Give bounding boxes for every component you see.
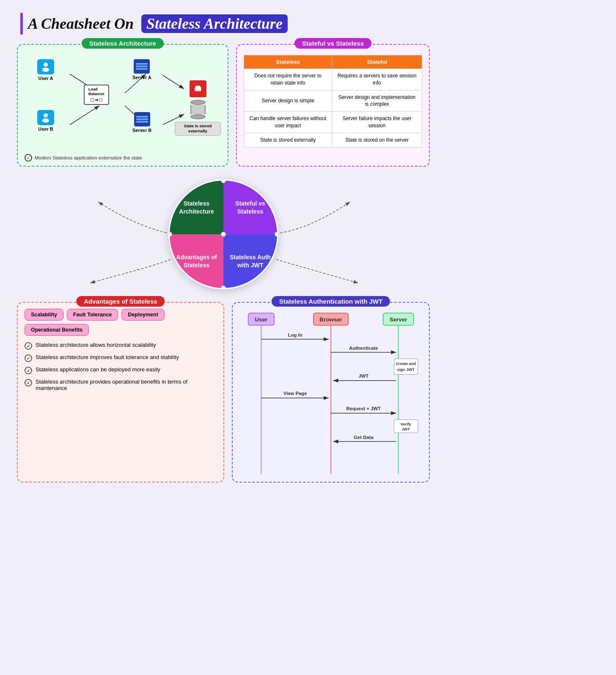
adv-item: ✓ Stateless applications can be deployed…: [25, 366, 217, 374]
check-icon: ✓: [25, 342, 32, 350]
adv-tag: Scalability: [25, 309, 63, 321]
svg-line-2: [70, 106, 99, 125]
svg-rect-12: [195, 86, 200, 88]
stateful-box: Stateful vs Stateless Stateless Stateful…: [236, 44, 430, 167]
table-cell: State is stored externally: [244, 133, 332, 147]
server-a-label: Server A: [132, 75, 151, 80]
arch-diagram: User A User B LoadBalancer ⇒: [25, 51, 221, 152]
jwt-diagram: User Browser Server Log In: [239, 309, 422, 476]
col-stateful: Stateful: [332, 55, 422, 69]
svg-text:Create and: Create and: [396, 362, 416, 366]
user-a-label: User A: [38, 76, 53, 81]
stateful-label: Stateful vs Stateless: [294, 38, 371, 49]
jwt-box: Stateless Authentication with JWT User B…: [232, 302, 430, 483]
svg-text:Log In: Log In: [288, 332, 302, 338]
adv-item: ✓ Stateless architecture provides operat…: [25, 379, 217, 391]
adv-item: ✓ Stateless architecture improves fault …: [25, 354, 217, 362]
page-title: A Cheatsheet On Stateless Architecture: [28, 15, 288, 33]
svg-text:Browser: Browser: [319, 316, 342, 323]
server-a-icon: [134, 59, 150, 74]
q-stateful-vs: Stateful vs Stateless: [223, 181, 277, 234]
table-cell: Can handle server failures without user …: [244, 112, 332, 133]
check-icon: ✓: [25, 367, 32, 374]
svg-text:JWT: JWT: [402, 427, 410, 431]
middle-section: Stateless Architecture Stateful vs State…: [17, 167, 430, 302]
external-storage: State is stored externally: [175, 80, 221, 136]
adv-tags: ScalabilityFault ToleranceDeploymentOper…: [25, 309, 217, 336]
svg-text:Verify: Verify: [400, 422, 411, 426]
svg-text:JWT: JWT: [358, 373, 368, 379]
bottom-dot: [221, 285, 226, 289]
table-cell: Does not require the server to retain st…: [244, 69, 332, 91]
check-icon: ✓: [25, 379, 32, 387]
top-row: Stateless Architecture: [17, 44, 430, 167]
svg-point-10: [42, 118, 49, 123]
col-stateless: Stateless: [244, 55, 332, 69]
check-icon: ✓: [25, 154, 32, 162]
server-b-label: Server B: [132, 128, 151, 133]
arch-note: ✓ Modern Stateless application externali…: [25, 154, 221, 162]
table-cell: Server design and implementation is comp…: [332, 90, 422, 112]
server-b-icon: [134, 112, 150, 126]
q1-label: Stateless Architecture: [174, 200, 219, 215]
q-stateless-arch: Stateless Architecture: [170, 181, 223, 234]
svg-text:Authenticate: Authenticate: [349, 346, 378, 351]
server-a-node: Server A: [132, 59, 151, 80]
jwt-seq-svg: User Browser Server Log In: [239, 309, 422, 474]
svg-point-9: [44, 113, 48, 118]
adv-item-text: Stateless architecture improves fault to…: [36, 354, 179, 360]
check-icon: ✓: [25, 354, 32, 362]
circle-container: Stateless Architecture Stateful vs State…: [168, 179, 278, 289]
table-cell: Server failure impacts the user session: [332, 112, 422, 133]
q2-label: Stateful vs Stateless: [228, 200, 273, 215]
stateless-arch-box: Stateless Architecture: [17, 44, 228, 167]
svg-text:Request + JWT: Request + JWT: [346, 406, 380, 411]
svg-text:Get Data: Get Data: [354, 435, 374, 440]
adv-tag: Operational Benefits: [25, 324, 89, 336]
page: A Cheatsheet On Stateless Architecture S…: [8, 8, 438, 495]
advantages-box: Advantages of Stateless ScalabilityFault…: [17, 302, 224, 483]
stateless-arch-label: Stateless Architecture: [82, 38, 164, 49]
adv-item-text: Stateless architecture allows horizontal…: [36, 342, 156, 348]
svg-text:User: User: [255, 316, 267, 323]
svg-text:View Page: View Page: [283, 391, 307, 396]
advantages-label: Advantages of Stateless: [76, 296, 165, 307]
jwt-label: Stateless Authentication with JWT: [272, 296, 390, 307]
user-b-label: User B: [38, 126, 53, 132]
user-a-node: User A: [37, 59, 54, 81]
q3-label: Advantages of Stateless: [174, 253, 219, 269]
user-b-node: User B: [37, 110, 54, 132]
compare-table: Stateless Stateful Does not require the …: [244, 55, 422, 148]
q4-label: Stateless Auth with JWT: [228, 253, 273, 269]
title-highlight: Stateless Architecture: [141, 14, 288, 33]
right-dot: [275, 232, 278, 237]
table-cell: State is stored on the server: [332, 133, 422, 147]
title-bar: [20, 13, 23, 35]
adv-item-text: Stateless applications can be deployed m…: [36, 366, 160, 373]
bottom-row: Advantages of Stateless ScalabilityFault…: [17, 302, 430, 483]
title-row: A Cheatsheet On Stateless Architecture: [17, 13, 430, 35]
svg-text:Server: Server: [390, 316, 407, 323]
adv-item-text: Stateless architecture provides operatio…: [36, 379, 217, 391]
center-dot: [221, 232, 226, 237]
table-cell: Server design is simple: [244, 90, 332, 112]
user-b-icon: [37, 110, 54, 125]
svg-text:sign JWT: sign JWT: [397, 368, 414, 372]
svg-point-8: [42, 68, 49, 72]
user-a-icon: [37, 59, 54, 74]
title-prefix: A Cheatsheet On: [28, 15, 134, 32]
q-advantages: Advantages of Stateless: [170, 234, 223, 288]
load-balancer-node: LoadBalancer ⇒: [84, 85, 109, 105]
svg-point-7: [44, 63, 48, 67]
redis-icon: [190, 80, 206, 97]
adv-item: ✓ Stateless architecture allows horizont…: [25, 342, 217, 350]
adv-tag: Fault Tolerance: [67, 309, 118, 321]
q-jwt: Stateless Auth with JWT: [223, 234, 277, 288]
db-icon: [190, 100, 206, 119]
adv-tag: Deployment: [121, 309, 165, 321]
arch-note-text: Modern Stateless application externalize…: [35, 155, 142, 160]
server-b-node: Server B: [132, 112, 151, 133]
lb-icon: LoadBalancer ⇒: [84, 85, 109, 105]
table-cell: Requires a servers to save session info: [332, 69, 422, 91]
state-label: State is stored externally: [175, 122, 221, 136]
